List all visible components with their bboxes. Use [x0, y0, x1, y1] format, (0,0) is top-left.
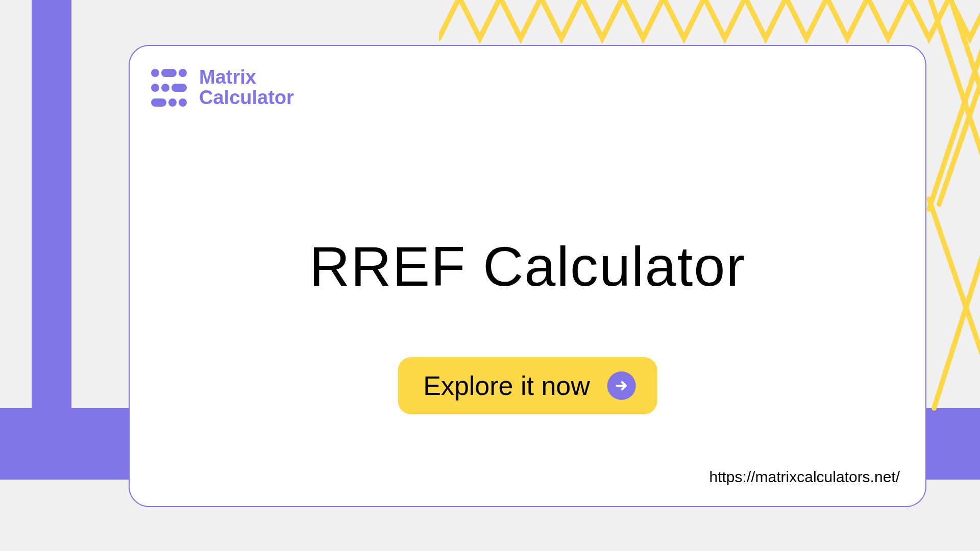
svg-line-5 [934, 199, 980, 408]
svg-point-9 [151, 84, 159, 92]
brand-name-line1: Matrix [199, 67, 294, 88]
svg-rect-7 [161, 69, 177, 77]
explore-button-label: Explore it now [423, 370, 590, 401]
matrix-dots-icon [150, 68, 191, 108]
svg-point-13 [168, 98, 177, 107]
svg-line-0 [929, 0, 980, 209]
svg-rect-12 [151, 98, 166, 107]
svg-line-3 [939, 26, 980, 204]
brand-logo: Matrix Calculator [150, 67, 294, 108]
svg-rect-11 [172, 84, 187, 92]
brand-name-line2: Calculator [199, 88, 294, 108]
brand-name: Matrix Calculator [199, 67, 294, 108]
explore-button[interactable]: Explore it now [398, 357, 657, 414]
page-title: RREF Calculator [309, 234, 746, 298]
svg-point-14 [179, 98, 187, 107]
main-card: Matrix Calculator RREF Calculator Explor… [129, 45, 926, 507]
svg-line-4 [929, 199, 980, 408]
svg-line-2 [949, 0, 980, 148]
svg-point-10 [161, 84, 169, 92]
svg-point-6 [151, 69, 159, 77]
arrow-right-icon [607, 371, 636, 400]
site-url: https://matrixcalculators.net/ [709, 468, 900, 486]
background-vertical-stripe [32, 0, 71, 480]
svg-point-8 [179, 69, 187, 77]
svg-line-1 [929, 0, 980, 209]
